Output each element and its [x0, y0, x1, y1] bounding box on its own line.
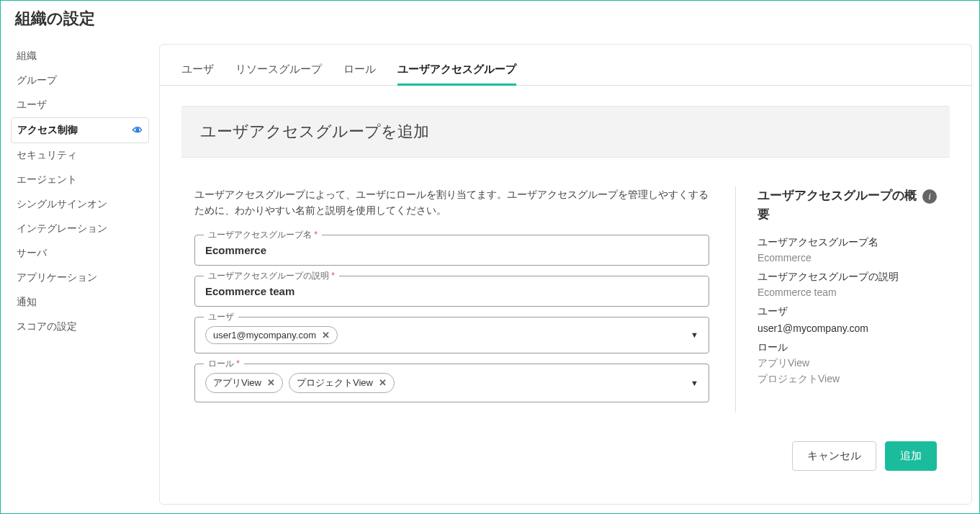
sidebar-item-label: アクセス制御 — [17, 124, 78, 137]
sidebar-item-label: エージェント — [17, 173, 77, 186]
chip-user[interactable]: user1@mycompany.com ✕ — [205, 326, 338, 344]
chevron-down-icon[interactable]: ▼ — [691, 379, 698, 387]
group-description-input[interactable] — [205, 285, 698, 297]
form-column: ユーザアクセスグループによって、ユーザにロールを割り当てます。ユーザアクセスグル… — [194, 186, 709, 412]
sidebar-item-label: シングルサインオン — [17, 198, 107, 211]
close-icon[interactable]: ✕ — [322, 330, 330, 341]
sidebar-item-label: サーバ — [17, 247, 47, 260]
field-label: ユーザアクセスグループの説明 * — [204, 270, 339, 282]
summary-desc-label: ユーザアクセスグループの説明 — [758, 271, 937, 284]
field-group-name[interactable]: ユーザアクセスグループ名 * — [194, 235, 709, 266]
sidebar-item-score-settings[interactable]: スコアの設定 — [11, 315, 149, 339]
tab-user-access-group[interactable]: ユーザアクセスグループ — [397, 63, 516, 86]
form-description: ユーザアクセスグループによって、ユーザにロールを割り当てます。ユーザアクセスグル… — [194, 186, 709, 219]
summary-user-label: ユーザ — [758, 305, 937, 318]
sidebar-item-label: 組織 — [17, 50, 37, 63]
field-label: ユーザ — [204, 311, 238, 323]
field-label: ロール * — [204, 358, 244, 370]
chevron-down-icon[interactable]: ▼ — [691, 330, 698, 339]
summary-role-label: ロール — [758, 341, 937, 354]
sidebar-item-sso[interactable]: シングルサインオン — [11, 192, 149, 217]
sidebar-item-user[interactable]: ユーザ — [11, 93, 149, 117]
sidebar-item-label: ユーザ — [17, 99, 47, 112]
sidebar-item-label: インテグレーション — [17, 222, 107, 235]
content-panel: ユーザ リソースグループ ロール ユーザアクセスグループ ユーザアクセスグループ… — [159, 44, 972, 505]
sidebar-item-notification[interactable]: 通知 — [11, 290, 149, 315]
sidebar-item-server[interactable]: サーバ — [11, 241, 149, 266]
field-label: ユーザアクセスグループ名 * — [204, 229, 322, 241]
sidebar: 組織 グループ ユーザ アクセス制御 👁 セキュリティ エージェント シングルサ… — [1, 44, 159, 505]
sidebar-item-label: スコアの設定 — [17, 320, 77, 333]
field-role[interactable]: ロール * アプリView ✕ プロジェクトView ✕ ▼ — [194, 364, 709, 402]
sidebar-item-access-control[interactable]: アクセス制御 👁 — [11, 117, 149, 143]
cancel-button[interactable]: キャンセル — [792, 441, 876, 471]
sidebar-item-security[interactable]: セキュリティ — [11, 143, 149, 168]
eye-icon: 👁 — [132, 125, 143, 136]
sidebar-item-agent[interactable]: エージェント — [11, 168, 149, 192]
sidebar-item-integration[interactable]: インテグレーション — [11, 217, 149, 241]
sidebar-item-label: グループ — [17, 74, 57, 87]
sidebar-item-label: 通知 — [17, 296, 37, 309]
chip-role[interactable]: プロジェクトView ✕ — [289, 373, 395, 393]
group-name-input[interactable] — [205, 244, 698, 256]
summary-title: ユーザアクセスグループの概要 — [758, 186, 922, 223]
summary-role-value: アプリView — [758, 357, 937, 370]
close-icon[interactable]: ✕ — [267, 377, 275, 388]
tabs: ユーザ リソースグループ ロール ユーザアクセスグループ — [160, 45, 971, 86]
chip-label: アプリView — [213, 377, 261, 389]
panel-title: ユーザアクセスグループを追加 — [181, 106, 950, 158]
summary-column: ユーザアクセスグループの概要 i ユーザアクセスグループ名 Ecommerce … — [735, 186, 937, 412]
field-user[interactable]: ユーザ user1@mycompany.com ✕ ▼ — [194, 317, 709, 353]
summary-role-value: プロジェクトView — [758, 373, 937, 386]
summary-name-label: ユーザアクセスグループ名 — [758, 236, 937, 249]
page-title: 組織の設定 — [1, 1, 979, 44]
info-icon[interactable]: i — [922, 189, 937, 204]
sidebar-item-group[interactable]: グループ — [11, 68, 149, 93]
close-icon[interactable]: ✕ — [379, 377, 387, 388]
chip-label: user1@mycompany.com — [213, 330, 316, 341]
tab-user[interactable]: ユーザ — [181, 63, 214, 85]
sidebar-item-label: アプリケーション — [17, 271, 97, 284]
tab-resource-group[interactable]: リソースグループ — [235, 63, 322, 85]
summary-desc-value: Ecommerce team — [758, 287, 937, 298]
summary-user-value: user1@mycompany.com — [758, 323, 937, 334]
field-group-description[interactable]: ユーザアクセスグループの説明 * — [194, 276, 709, 307]
sidebar-item-label: セキュリティ — [17, 149, 77, 162]
chip-role[interactable]: アプリView ✕ — [205, 373, 283, 393]
add-button[interactable]: 追加 — [885, 441, 937, 471]
sidebar-item-application[interactable]: アプリケーション — [11, 266, 149, 290]
summary-name-value: Ecommerce — [758, 252, 937, 263]
footer-actions: キャンセル 追加 — [160, 441, 971, 492]
sidebar-item-organization[interactable]: 組織 — [11, 44, 149, 68]
chip-label: プロジェクトView — [297, 377, 373, 389]
tab-role[interactable]: ロール — [343, 63, 376, 85]
